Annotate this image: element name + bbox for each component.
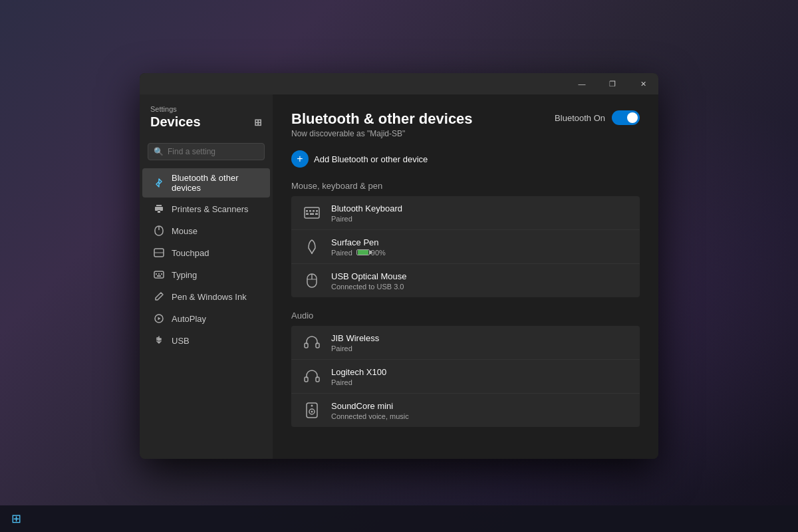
sidebar-header: Settings Devices ⊞ [140, 105, 273, 138]
sidebar-item-touchpad[interactable]: Touchpad [142, 242, 270, 263]
search-input[interactable] [168, 147, 259, 156]
usb-icon [153, 334, 165, 346]
start-button[interactable]: ⊞ [5, 508, 27, 529]
svg-point-18 [311, 253, 313, 254]
svg-point-29 [311, 405, 313, 407]
sidebar-item-usb[interactable]: USB [142, 330, 270, 351]
svg-rect-8 [157, 275, 161, 277]
add-device-button[interactable]: + Add Bluetooth or other device [291, 150, 428, 168]
sidebar-item-pen-label: Pen & Windows Ink [172, 292, 247, 302]
device-item-keyboard[interactable]: Blutooth Keyboard Paired [291, 196, 640, 230]
sidebar-item-pen[interactable]: Pen & Windows Ink [142, 286, 270, 307]
device-info-keyboard: Blutooth Keyboard Paired [331, 203, 629, 223]
battery-fill-pen [358, 250, 368, 255]
minimize-button[interactable]: — [567, 73, 597, 94]
device-name-keyboard: Blutooth Keyboard [331, 203, 629, 213]
device-list-audio: JIB Wireless Paired [291, 326, 640, 427]
device-info-jib: JIB Wireless Paired [331, 333, 629, 352]
svg-rect-10 [305, 207, 319, 218]
device-item-usb-mouse[interactable]: USB Optical Mouse Connected to USB 3.0 [291, 264, 640, 297]
main-content: Bluetooth & other devices Now discoverab… [273, 94, 658, 459]
device-status-keyboard: Paired [331, 215, 629, 223]
sidebar-item-typing-label: Typing [172, 270, 197, 280]
headphones-jib-icon [302, 332, 322, 352]
device-list-mouse-keyboard: Blutooth Keyboard Paired [291, 196, 640, 297]
battery-bar-pen [356, 249, 370, 255]
sidebar-item-bluetooth[interactable]: Bluetooth & other devices [142, 168, 270, 198]
svg-rect-11 [306, 210, 308, 212]
svg-rect-15 [306, 213, 309, 215]
maximize-button[interactable]: ❐ [597, 73, 628, 94]
add-device-icon: + [291, 150, 309, 168]
page-title-area: Bluetooth & other devices Now discoverab… [291, 110, 473, 138]
section-audio-label: Audio [291, 311, 640, 321]
device-status-pen: Paired 90% [331, 249, 629, 257]
bluetooth-icon [153, 177, 165, 189]
sidebar: Settings Devices ⊞ 🔍 [140, 94, 273, 459]
sidebar-item-touchpad-label: Touchpad [172, 248, 209, 258]
device-status-jib: Paired [331, 344, 629, 352]
svg-rect-7 [161, 273, 162, 275]
svg-rect-12 [309, 210, 311, 212]
search-box[interactable]: 🔍 [148, 143, 265, 160]
headphones-logitech-icon [302, 366, 322, 386]
typing-icon [153, 269, 165, 281]
sidebar-item-mouse-label: Mouse [172, 226, 198, 236]
device-status-usb-mouse: Connected to USB 3.0 [331, 283, 629, 291]
sidebar-item-typing[interactable]: Typing [142, 264, 270, 285]
bluetooth-toggle-label: Bluetooth On [555, 113, 605, 123]
close-button[interactable]: ✕ [628, 73, 658, 94]
device-name-pen: Surface Pen [331, 237, 629, 247]
devices-label: Devices ⊞ [150, 114, 262, 130]
autoplay-icon [153, 313, 165, 325]
sidebar-item-autoplay[interactable]: AutoPlay [142, 308, 270, 329]
sidebar-item-mouse[interactable]: Mouse [142, 220, 270, 241]
bluetooth-toggle-switch[interactable] [612, 110, 640, 125]
sidebar-item-bluetooth-label: Bluetooth & other devices [172, 173, 259, 193]
device-item-pen[interactable]: Surface Pen Paired 90% [291, 230, 640, 264]
keyboard-device-icon [302, 203, 322, 223]
device-info-logitech: Logitech X100 Paired [331, 367, 629, 386]
device-name-jib: JIB Wireless [331, 333, 629, 343]
pen-icon [153, 291, 165, 303]
touchpad-icon [153, 247, 165, 259]
svg-rect-6 [158, 273, 160, 275]
sidebar-item-printers[interactable]: Printers & Scanners [142, 198, 270, 219]
sidebar-item-autoplay-label: AutoPlay [172, 314, 206, 324]
mouse-device-icon [302, 271, 322, 291]
mouse-icon [153, 225, 165, 237]
window-content: Settings Devices ⊞ 🔍 [140, 94, 658, 459]
pen-device-icon [302, 237, 322, 257]
taskbar: ⊞ [0, 505, 798, 532]
svg-rect-5 [156, 273, 157, 275]
grid-icon[interactable]: ⊞ [254, 117, 262, 128]
svg-rect-14 [316, 210, 318, 212]
sidebar-nav: Bluetooth & other devices Printers & Sca… [140, 168, 273, 351]
device-item-soundcore[interactable]: SoundCore mini Connected voice, music [291, 394, 640, 427]
svg-rect-17 [315, 213, 318, 215]
page-header: Bluetooth & other devices Now discoverab… [291, 110, 640, 138]
add-device-label: Add Bluetooth or other device [314, 154, 428, 164]
page-title: Bluetooth & other devices [291, 110, 473, 128]
device-info-soundcore: SoundCore mini Connected voice, music [331, 401, 629, 420]
device-status-logitech: Paired [331, 378, 629, 386]
page-subtitle: Now discoverable as "Majid-SB" [291, 129, 473, 138]
device-item-logitech[interactable]: Logitech X100 Paired [291, 360, 640, 394]
svg-rect-13 [313, 210, 315, 212]
device-info-pen: Surface Pen Paired 90% [331, 237, 629, 257]
device-name-logitech: Logitech X100 [331, 367, 629, 377]
device-name-usb-mouse: USB Optical Mouse [331, 271, 629, 281]
settings-label: Settings [150, 105, 262, 113]
title-bar: — ❐ ✕ [140, 73, 658, 94]
svg-rect-16 [310, 213, 314, 215]
sidebar-item-usb-label: USB [172, 336, 190, 346]
svg-point-28 [311, 411, 313, 413]
settings-window: — ❐ ✕ Settings Devices ⊞ 🔍 [140, 73, 658, 459]
device-item-jib[interactable]: JIB Wireless Paired [291, 326, 640, 360]
devices-title: Devices [150, 114, 201, 130]
battery-indicator-pen: 90% [356, 249, 386, 257]
printer-icon [153, 203, 165, 215]
search-icon: 🔍 [154, 147, 164, 156]
section-mouse-keyboard-label: Mouse, keyboard & pen [291, 181, 640, 191]
bluetooth-toggle-container: Bluetooth On [555, 110, 640, 125]
